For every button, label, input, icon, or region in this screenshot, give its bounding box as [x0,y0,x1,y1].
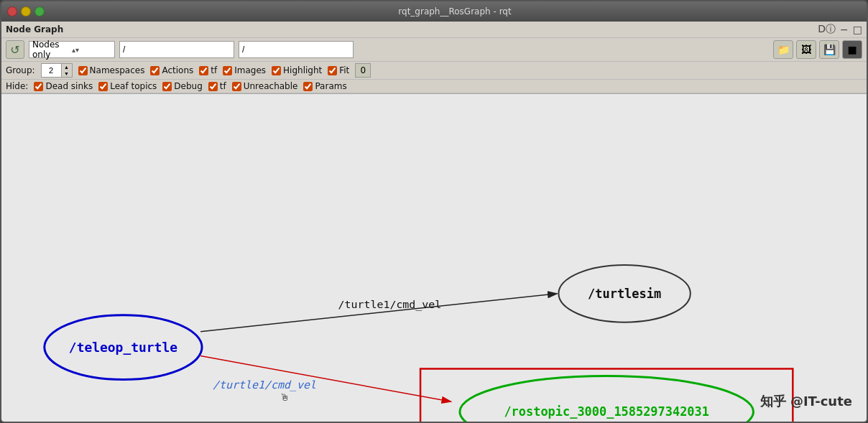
spinbox-up[interactable]: ▲ [62,64,72,70]
leaf-topics-checkbox[interactable] [98,82,108,91]
toolbar-row3: Hide: Dead sinks Leaf topics Debug tf Un… [1,80,867,93]
tf-checkbox-row3[interactable] [208,82,218,91]
node-rostopic-label: /rostopic_3000_1585297342031 [504,404,709,419]
images-checkbox[interactable] [223,66,232,75]
menu-bar: Node Graph Dⓘ − □ [1,22,867,38]
node-turtlesim-label: /turtlesim [588,287,661,301]
params-checkbox-item[interactable]: Params [303,81,346,91]
hide-label: Hide: [6,81,28,91]
namespace-filter-input[interactable] [119,41,234,58]
group-value-input[interactable] [41,63,61,78]
debug-label: Debug [174,81,202,91]
images-label: Images [234,65,266,75]
actions-checkbox-item[interactable]: Actions [150,65,193,75]
tf-checkbox-item-row2[interactable]: tf [199,65,217,75]
screenshot-button[interactable]: 🖼 [796,40,816,59]
params-label: Params [315,81,346,91]
namespaces-label: Namespaces [90,65,145,75]
cursor-icon: 🖱 [280,391,290,403]
dead-sinks-label: Dead sinks [45,81,93,91]
title-bar: rqt_graph__RosGraph - rqt [1,1,867,22]
actions-label: Actions [162,65,193,75]
edge-2-label: /turtle1/cmd_vel [213,378,316,391]
lock-button[interactable]: 0 [355,63,371,78]
unreachable-checkbox-item[interactable]: Unreachable [232,81,298,91]
debug-checkbox[interactable] [162,82,172,91]
leaf-topics-checkbox-item[interactable]: Leaf topics [98,81,157,91]
tf-checkbox-row2[interactable] [199,66,208,75]
stop-button[interactable]: ■ [842,40,862,59]
spinbox-arrows: ▲ ▼ [61,63,73,78]
toolbar-row2: Group: ▲ ▼ Namespaces Actions tf [1,62,867,80]
dead-sinks-checkbox[interactable] [34,82,43,91]
fit-checkbox[interactable] [328,66,337,75]
toolbar-right-buttons: 📁 🖼 💾 ■ [773,40,862,59]
minimize-button[interactable] [21,6,31,17]
group-spinbox[interactable]: ▲ ▼ [41,63,73,78]
unreachable-label: Unreachable [244,81,298,91]
tf-label-row2: tf [211,65,217,75]
refresh-button[interactable]: ↺ [6,40,24,59]
fit-checkbox-item[interactable]: Fit [328,65,349,75]
display-mode-dropdown[interactable]: Nodes only ▴▾ [29,41,115,58]
highlight-checkbox-item[interactable]: Highlight [272,65,322,75]
highlight-label: Highlight [283,65,322,75]
highlight-checkbox[interactable] [272,66,281,75]
open-button[interactable]: 📁 [773,40,793,59]
fit-label: Fit [339,65,349,75]
spinbox-down[interactable]: ▼ [62,70,72,77]
edge-1-label: /turtle1/cmd_vel [338,298,441,311]
title-bar-buttons [7,6,45,17]
tf-checkbox-item-row3[interactable]: tf [208,81,226,91]
toolbar-area: Node Graph Dⓘ − □ ↺ Nodes only ▴▾ 📁 🖼 💾 … [1,22,867,94]
debug-checkbox-item[interactable]: Debug [162,81,202,91]
actions-checkbox[interactable] [150,66,160,75]
graph-canvas[interactable]: /turtle1/cmd_vel /turtle1/cmd_vel 🖱 /tel… [1,94,867,422]
chevron-down-icon: ▴▾ [72,46,111,54]
namespaces-checkbox[interactable] [78,66,88,75]
svg-rect-0 [1,104,867,412]
unreachable-checkbox[interactable] [232,82,241,91]
dropdown-value: Nodes only [32,39,72,60]
graph-svg: /turtle1/cmd_vel /turtle1/cmd_vel 🖱 /tel… [1,94,867,422]
group-label: Group: [6,65,35,75]
params-checkbox[interactable] [303,82,313,91]
images-checkbox-item[interactable]: Images [223,65,266,75]
window-title: rqt_graph__RosGraph - rqt [49,6,861,17]
leaf-topics-label: Leaf topics [110,81,157,91]
close-button[interactable] [7,6,17,17]
help-icon[interactable]: Dⓘ [818,23,836,36]
lock-value: 0 [361,65,366,75]
watermark: 知乎 @IT-cute [760,393,852,410]
window-close-icon[interactable]: □ [853,24,862,35]
main-window: rqt_graph__RosGraph - rqt Node Graph Dⓘ … [0,0,868,423]
save-button[interactable]: 💾 [819,40,839,59]
panel-title: Node Graph [6,24,63,34]
namespaces-checkbox-item[interactable]: Namespaces [78,65,145,75]
maximize-button[interactable] [34,6,45,17]
toolbar-row1: ↺ Nodes only ▴▾ 📁 🖼 💾 ■ [1,38,867,62]
dead-sinks-checkbox-item[interactable]: Dead sinks [34,81,93,91]
tf-label-row3: tf [220,81,226,91]
dash-icon[interactable]: − [840,24,849,35]
node-filter-input[interactable] [239,41,354,58]
node-teleop-turtle-label: /teleop_turtle [69,340,177,355]
